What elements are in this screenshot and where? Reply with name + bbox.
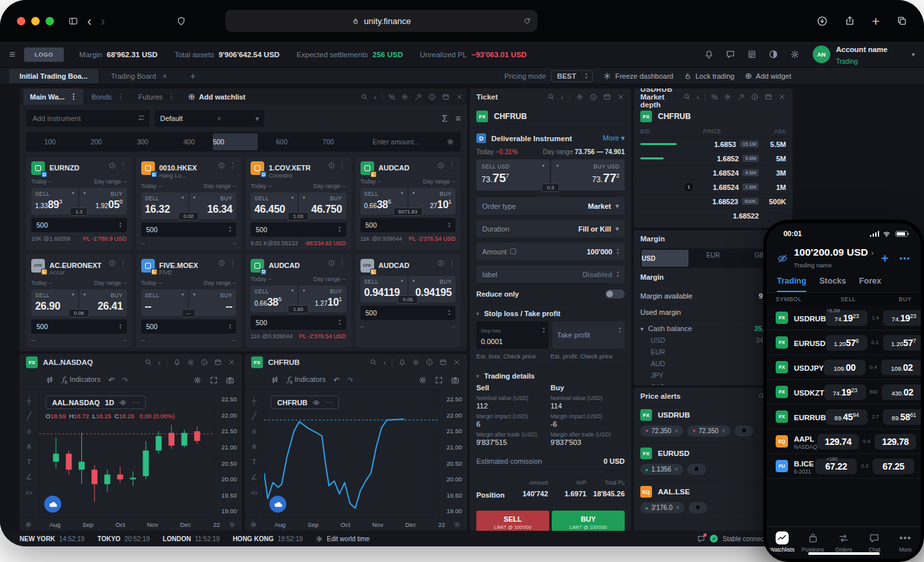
kebab-icon[interactable]: ⋮	[229, 161, 236, 170]
ticket-instrument[interactable]: FX CHFRUB	[470, 105, 631, 128]
window-icon[interactable]	[439, 358, 447, 366]
amount-preset[interactable]: 500	[213, 133, 258, 150]
tile-amount-input[interactable]: 500▴▾	[141, 222, 237, 237]
amount-preset[interactable]: 400	[167, 135, 211, 148]
search-icon[interactable]	[360, 93, 368, 101]
depth-row[interactable]: 1.6853 15.1M 5.5M	[634, 137, 793, 151]
collapse-left-icon[interactable]: ‹	[158, 358, 161, 366]
snapshot-camera-icon[interactable]	[226, 376, 234, 384]
phone-tab[interactable]: Forex	[859, 276, 881, 292]
buy-limit-button[interactable]: BUYLIMIT @ 100'000	[552, 511, 625, 531]
add-widget-button[interactable]: ⊕Add widget	[745, 71, 791, 81]
add-watchlist-button[interactable]: ⊕Add watchlist	[188, 92, 245, 101]
sum-icon[interactable]: Σ	[442, 113, 448, 124]
kebab-icon[interactable]: ⋮	[229, 259, 236, 267]
more-icon[interactable]: ⋯	[132, 398, 139, 407]
currency-tab[interactable]: EUR	[690, 250, 737, 267]
instrument-tile[interactable]: D AUDCAD ⋮ Today -- Day range -- SELL▾0.…	[245, 254, 351, 347]
more-icon[interactable]: ⋯	[325, 398, 333, 407]
back-button[interactable]: ‹	[87, 14, 92, 27]
ticket-field-row[interactable]: Duration Fill or Kill▾▴▾	[476, 220, 625, 237]
tab-initial-trading-board[interactable]: Initial Trading Boa...	[9, 69, 98, 83]
ticket-sell-button[interactable]: SELL USD▾73.757	[476, 159, 550, 191]
phone-instrument-row[interactable]: FX EURUSD 1.20576 0.1 1.20577	[767, 330, 921, 355]
amount-preset[interactable]: 300	[120, 135, 165, 148]
bell-icon[interactable]	[398, 358, 406, 366]
instrument-tile[interactable]: D 1.COV.XETRCovestro ⋮ Today -- Day rang…	[245, 157, 351, 250]
depth-row[interactable]: 1.68523 600K 500K	[634, 194, 793, 208]
window-icon[interactable]	[442, 93, 450, 101]
phone-tab[interactable]: Trading	[777, 276, 806, 292]
collapse-left-icon[interactable]: ‹	[697, 93, 700, 101]
add-dashboard-tab[interactable]: +	[180, 68, 206, 85]
watchlist-tab[interactable]: Futures⋮	[132, 88, 182, 105]
phone-buy-button[interactable]: 67.25	[873, 459, 914, 474]
amount-preset[interactable]: 600	[259, 135, 304, 148]
gear-icon[interactable]	[724, 93, 731, 101]
pin-icon[interactable]	[737, 93, 745, 101]
fullscreen-icon[interactable]	[435, 376, 443, 384]
depth-row[interactable]: 1 1.68524 1.6M 1M	[634, 180, 793, 194]
nav-more[interactable]: •••More	[890, 531, 921, 553]
amount-preset[interactable]: 200	[74, 135, 118, 148]
depth-row[interactable]: 1.6852 9.6M 5M	[634, 151, 793, 165]
phone-instrument-row[interactable]: FU B.ICE6-2021 +180 67.22 0.3 67.25	[767, 454, 921, 479]
info-icon[interactable]	[437, 260, 444, 267]
tile-amount-input[interactable]: 500▴▾	[251, 315, 346, 330]
news-icon[interactable]	[747, 49, 757, 59]
phone-buy-button[interactable]: 430.02	[882, 384, 921, 400]
drawing-tools-strip[interactable]: ┼╱≡⋔T∠▭	[20, 390, 39, 518]
kebab-icon[interactable]: ⋮	[120, 259, 127, 267]
pricing-mode-select[interactable]: BEST▴▾	[551, 70, 593, 82]
list-view-icon[interactable]: ≡	[455, 113, 461, 124]
legend-pill[interactable]: CHFRUB⋯	[271, 395, 339, 409]
amount-preset[interactable]: 100	[27, 135, 72, 148]
candlestick-style-icon[interactable]	[271, 376, 279, 384]
phone-buy-button[interactable]: 109.02	[881, 360, 921, 375]
phone-instrument-row[interactable]: FX USDKZT 74.1923 502 430.02	[767, 380, 921, 405]
kebab-icon[interactable]: ⋮	[448, 161, 455, 170]
depth-row[interactable]: 1.68522	[634, 208, 793, 222]
nav-orders[interactable]: Orders	[828, 531, 859, 553]
info-icon[interactable]	[426, 358, 433, 366]
phone-instrument-row[interactable]: FX EURRUB 89.4594 2.7 89.5861	[767, 405, 921, 429]
phone-instrument-row[interactable]: FX USDRUB +5.2M 74.1923 1.4 74.1923	[767, 306, 921, 330]
search-icon[interactable]	[370, 358, 377, 366]
kebab-icon[interactable]: ⋮	[168, 92, 175, 101]
close-icon[interactable]	[228, 358, 236, 366]
ticket-field-row[interactable]: Order type Market▾▴▾	[476, 197, 625, 215]
gear-icon[interactable]	[412, 358, 420, 366]
undo-icon[interactable]: ↶	[333, 376, 339, 384]
edit-world-time-button[interactable]: Edit world time	[316, 535, 370, 542]
downloads-icon[interactable]	[817, 16, 828, 27]
tile-amount-input[interactable]: 500▴▾	[360, 306, 456, 320]
kebab-icon[interactable]: ⋮	[448, 259, 455, 267]
collapse-left-icon[interactable]: ‹	[374, 93, 377, 101]
search-icon[interactable]	[547, 93, 555, 101]
sell-button[interactable]: SELL▾--	[141, 289, 188, 316]
forward-button[interactable]: ›	[101, 14, 105, 27]
info-icon[interactable]	[328, 260, 335, 267]
chat-icon[interactable]	[726, 49, 735, 59]
window-icon[interactable]	[214, 358, 222, 366]
phone-sell-button[interactable]: 129.74	[817, 434, 859, 449]
axis-gear-icon[interactable]	[454, 521, 461, 528]
info-icon[interactable]	[328, 162, 335, 169]
collapse-left-icon[interactable]: ‹	[383, 358, 386, 366]
new-tab-icon[interactable]: +	[872, 14, 880, 28]
legend-pill[interactable]: AAL.NASDAQ1D⋯	[46, 395, 146, 409]
take-profit-field[interactable]: Take profit▴▾	[552, 321, 625, 349]
currency-tab[interactable]: USD	[642, 250, 688, 267]
settings-gear-icon[interactable]	[790, 49, 800, 59]
ticket-field-row[interactable]: Amount 100'000▾▴▾	[476, 243, 625, 260]
tile-amount-input[interactable]: 500▴▾	[141, 319, 237, 334]
ticket-field-row[interactable]: label Disabled▾▴▾	[476, 265, 625, 283]
add-alert-bell-icon[interactable]	[735, 425, 754, 436]
tab-trading-board[interactable]: Trading Board×	[101, 69, 178, 83]
redo-icon[interactable]: ↷	[122, 376, 128, 384]
instrument-tile[interactable]: CFDL AUDCAD ⋮ Today Day range SELL▾0.941	[355, 254, 461, 347]
phone-buy-button[interactable]: 129.78	[875, 434, 916, 449]
axis-gear-icon[interactable]	[228, 521, 236, 528]
nav-watchlists[interactable]: Watchlists	[767, 531, 797, 553]
more-link[interactable]: More ▾	[603, 134, 625, 142]
